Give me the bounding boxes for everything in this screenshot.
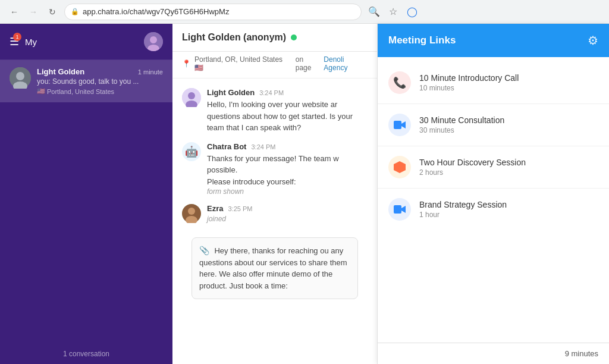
app-container: ☰ 1 My Light [0,24,609,364]
svg-point-1 [150,36,157,43]
msg-content-bot: Chatra Bot 3:24 PM Thanks for your messa… [207,142,368,196]
extension-button[interactable]: ◯ [404,4,420,20]
lock-icon: 🔒 [71,8,79,15]
meeting-duration: 1 hour [419,211,598,219]
meeting-info: Brand Strategy Session 1 hour [419,200,598,219]
svg-rect-12 [394,121,401,129]
main-chat: Light Golden (anonym) 📍 Portland, OR, Un… [172,24,377,364]
zoom-icon [388,114,411,136]
meeting-info: Two Hour Discovery Session 2 hours [419,158,598,177]
meeting-item-discovery[interactable]: Two Hour Discovery Session 2 hours [378,146,609,189]
location-text: Portland, United States [47,88,114,95]
svg-point-7 [188,92,195,99]
online-indicator [291,34,297,40]
conversation-count: 1 conversation [0,344,172,364]
msg-sender-name: Light Golden [207,88,255,97]
conversation-item[interactable]: Light Golden 1 minute you: Sounds good, … [0,60,172,102]
svg-rect-15 [394,205,401,214]
meeting-item-consultation[interactable]: 30 Minute Consultation 30 minutes [378,104,609,146]
phone-icon: 📞 [388,71,411,94]
svg-marker-14 [394,161,406,173]
msg-text: Hello, I'm looking over your website ar … [207,99,368,134]
sidebar-title: My [25,37,138,47]
url-text: app.chatra.io/chat/wgv7Qy6TG6H6HwpMz [83,7,229,16]
message-row: 🤖 Chatra Bot 3:24 PM Thanks for your mes… [182,142,368,196]
svg-point-4 [16,72,24,80]
chat-messages: Light Golden 3:24 PM Hello, I'm looking … [172,79,377,364]
conv-location: 🇺🇸 Portland, United States [37,87,163,95]
menu-button[interactable]: ☰ 1 [10,35,19,48]
message-row: Ezra 3:25 PM joined [182,204,368,223]
conv-name: Light Golden [37,67,84,76]
msg-time: 3:25 PM [228,205,252,212]
conv-info: Light Golden 1 minute you: Sounds good, … [37,67,163,95]
msg-header: Ezra 3:25 PM [207,204,368,213]
search-page-button[interactable]: 🔍 [366,4,382,20]
avatar[interactable] [144,32,163,51]
reply-box-text: Hey there, thanks for reaching ou any qu… [199,246,347,290]
msg-sender-name: Chatra Bot [207,142,246,151]
meeting-info: 10 Minute Introductory Call 10 minutes [419,73,598,92]
meeting-name: Brand Strategy Session [419,200,598,209]
meeting-panel-title: Meeting Links [388,34,456,46]
meeting-panel-header: Meeting Links ⚙ [378,24,609,57]
msg-content: Light Golden 3:24 PM Hello, I'm looking … [207,88,368,134]
browser-chrome: ← → ↻ 🔒 app.chatra.io/chat/wgv7Qy6TG6H6H… [0,0,609,24]
msg-avatar-light-golden [182,88,201,107]
discovery-icon [388,156,411,178]
meeting-name: 30 Minute Consultation [419,115,598,125]
notification-badge: 1 [13,33,21,41]
forward-button[interactable]: → [26,5,40,19]
chat-sub-info: 📍 Portland, OR, United States 🇺🇸 on page… [172,52,377,79]
msg-time: 3:24 PM [251,143,275,150]
msg-avatar-ezra [182,204,201,223]
svg-point-10 [188,208,195,215]
sidebar: ☰ 1 My Light [0,24,172,364]
meeting-duration: 30 minutes [419,126,598,134]
svg-marker-13 [401,121,406,128]
address-bar[interactable]: 🔒 app.chatra.io/chat/wgv7Qy6TG6H6HwpMz [64,4,362,20]
chat-header: Light Golden (anonym) [172,24,377,52]
msg-avatar-bot: 🤖 [182,142,201,161]
meeting-duration: 10 minutes [419,84,598,92]
joined-text: joined [207,215,368,223]
conv-preview: you: Sounds good, talk to you ... [37,77,163,86]
meeting-name: 10 Minute Introductory Call [419,73,598,83]
gear-icon[interactable]: ⚙ [588,33,598,48]
meeting-list: 📞 10 Minute Introductory Call 10 minutes… [378,57,609,343]
reload-button[interactable]: ↻ [45,5,59,19]
meeting-panel: Meeting Links ⚙ 📞 10 Minute Introductory… [377,24,609,364]
msg-content-ezra: Ezra 3:25 PM joined [207,204,368,223]
meeting-item-brand-strategy[interactable]: Brand Strategy Session 1 hour [378,189,609,230]
chat-user-name: Light Golden (anonym) [182,32,286,43]
back-button[interactable]: ← [7,5,21,19]
meeting-item-intro-call[interactable]: 📞 10 Minute Introductory Call 10 minutes [378,62,609,104]
msg-subtext: form shown [207,187,368,196]
meeting-info: 30 Minute Consultation 30 minutes [419,115,598,134]
msg-header: Chatra Bot 3:24 PM [207,142,368,151]
attachment-icon: 📎 [199,246,209,255]
page-link[interactable]: Denoli Agency [324,55,368,72]
svg-marker-16 [401,206,406,213]
sidebar-header: ☰ 1 My [0,24,172,60]
conv-name-row: Light Golden 1 minute [37,67,163,76]
msg-header: Light Golden 3:24 PM [207,88,368,97]
msg-time: 3:24 PM [259,89,284,96]
bottom-bar: 9 minutes [378,343,609,364]
location-pin-icon: 📍 [182,59,191,68]
conv-time: 1 minute [138,68,163,76]
chat-location: Portland, OR, United States 🇺🇸 [194,55,290,72]
reply-box[interactable]: 📎 Hey there, thanks for reaching ou any … [192,237,358,299]
browser-actions: 🔍 ☆ ◯ [366,4,420,20]
meeting-name: Two Hour Discovery Session [419,158,598,167]
message-row: Light Golden 3:24 PM Hello, I'm looking … [182,88,368,134]
time-badge: 9 minutes [565,349,598,358]
bookmark-button[interactable]: ☆ [385,4,401,20]
msg-text: Thanks for your message! The team w poss… [207,153,368,188]
conv-avatar [10,67,31,89]
brand-zoom-icon [388,198,411,221]
msg-sender-name: Ezra [207,204,223,213]
meeting-duration: 2 hours [419,168,598,177]
